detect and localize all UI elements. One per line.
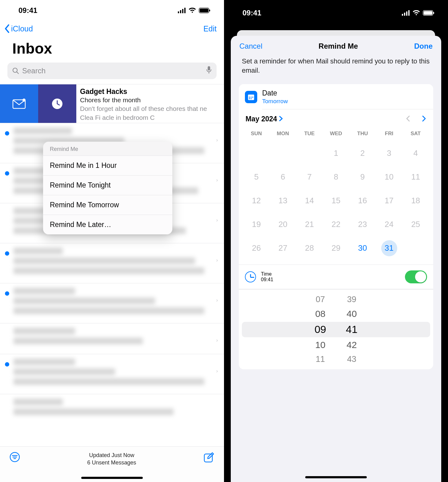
- message-row[interactable]: ›: [0, 243, 224, 283]
- calendar-day[interactable]: 19: [243, 217, 270, 232]
- search-field[interactable]: Search: [7, 63, 217, 79]
- svg-point-11: [22, 99, 26, 102]
- date-row[interactable]: Date Tomorrow: [239, 84, 433, 109]
- calendar-day[interactable]: 10: [376, 170, 402, 184]
- message-preview: Don't forget about all of these chores t…: [80, 104, 219, 113]
- menu-title: Remind Me: [43, 142, 172, 156]
- calendar-day[interactable]: 20: [270, 217, 296, 232]
- dow: SUN: [243, 131, 270, 137]
- calendar-day[interactable]: 22: [323, 217, 349, 232]
- calendar-day[interactable]: 23: [349, 217, 376, 232]
- calendar-day[interactable]: 13: [270, 193, 296, 208]
- menu-item-remind-1h[interactable]: Remind Me in 1 Hour: [43, 156, 172, 176]
- calendar-day[interactable]: 7: [296, 170, 323, 184]
- cancel-button[interactable]: Cancel: [239, 42, 262, 51]
- message-subject: Chores for the month: [80, 96, 219, 104]
- calendar-day: [402, 241, 429, 255]
- calendar-day[interactable]: 8: [323, 170, 349, 184]
- swipe-action-read[interactable]: [0, 84, 38, 123]
- calendar-day[interactable]: 3: [376, 146, 402, 160]
- calendar-day[interactable]: 16: [349, 193, 376, 208]
- calendar-day[interactable]: 2: [349, 146, 376, 160]
- calendar-day[interactable]: 25: [402, 217, 429, 232]
- calendar-day[interactable]: 31: [376, 241, 402, 255]
- calendar-day[interactable]: 1: [323, 146, 349, 160]
- svg-rect-9: [208, 66, 210, 71]
- time-picker[interactable]: 06070809101112 38394041424344: [239, 289, 433, 369]
- month-label[interactable]: May 2024: [246, 115, 277, 123]
- svg-rect-20: [406, 11, 407, 16]
- dow: THU: [349, 131, 376, 137]
- calendar-day[interactable]: 17: [376, 193, 402, 208]
- back-label: iCloud: [11, 24, 33, 33]
- svg-rect-19: [404, 13, 405, 16]
- calendar-day[interactable]: 6: [270, 170, 296, 184]
- calendar-day[interactable]: 24: [376, 217, 402, 232]
- chevron-right-icon: [279, 115, 283, 123]
- svg-rect-26: [248, 95, 254, 96]
- dow-row: SUN MON TUE WED THU FRI SAT: [239, 131, 433, 137]
- compose-button[interactable]: [203, 452, 215, 464]
- picker-value: 44: [348, 368, 355, 369]
- picker-value: 11: [316, 354, 325, 364]
- svg-rect-18: [402, 14, 403, 16]
- calendar-day[interactable]: 11: [402, 170, 429, 184]
- calendar-day[interactable]: 28: [296, 241, 323, 255]
- nav-bar: iCloud Edit: [0, 21, 224, 36]
- sheet-header: Cancel Remind Me Done: [231, 36, 441, 55]
- message-sender: Gadget Hacks: [80, 87, 219, 96]
- message-row[interactable]: ›: [0, 354, 224, 394]
- unread-dot: [5, 251, 9, 256]
- picker-value: 43: [347, 354, 356, 364]
- message-row[interactable]: [0, 394, 224, 425]
- menu-item-remind-tomorrow[interactable]: Remind Me Tomorrow: [43, 195, 172, 215]
- calendar-day[interactable]: 9: [349, 170, 376, 184]
- calendar-day[interactable]: 15: [323, 193, 349, 208]
- svg-rect-30: [249, 98, 250, 99]
- calendar-day[interactable]: 18: [402, 193, 429, 208]
- status-bar: 09:41: [224, 0, 448, 21]
- message-row[interactable]: ›: [0, 283, 224, 323]
- calendar-day[interactable]: 30: [349, 241, 376, 255]
- chevron-left-icon: [4, 24, 10, 33]
- picker-value: 42: [346, 340, 357, 350]
- prev-month-button[interactable]: [406, 115, 410, 123]
- calendar-day[interactable]: 4: [402, 146, 429, 160]
- menu-item-remind-later[interactable]: Remind Me Later…: [43, 215, 172, 234]
- message-row[interactable]: ›: [0, 323, 224, 354]
- message-content[interactable]: Gadget Hacks Chores for the month Don't …: [76, 84, 224, 123]
- svg-rect-29: [252, 97, 253, 98]
- next-month-button[interactable]: [422, 115, 426, 123]
- chevron-right-icon: ›: [216, 338, 218, 343]
- calendar-day[interactable]: 27: [270, 241, 296, 255]
- calendar-day[interactable]: 21: [296, 217, 323, 232]
- envelope-icon: [12, 99, 26, 109]
- time-switch[interactable]: [405, 270, 427, 283]
- calendar-day[interactable]: 14: [296, 193, 323, 208]
- svg-rect-28: [251, 97, 252, 98]
- svg-line-8: [17, 72, 19, 74]
- calendar-day[interactable]: 5: [243, 170, 270, 184]
- swipe-action-remind[interactable]: [38, 84, 76, 123]
- picker-minutes[interactable]: 38394041424344: [346, 290, 358, 369]
- picker-value: 06: [317, 289, 324, 290]
- dow: SAT: [402, 131, 429, 137]
- calendar-day: [296, 146, 323, 160]
- picker-value: 07: [316, 295, 325, 304]
- unread-dot: [5, 362, 9, 367]
- menu-item-remind-tonight[interactable]: Remind Me Tonight: [43, 176, 172, 195]
- back-button[interactable]: iCloud: [4, 24, 33, 33]
- time-row[interactable]: Time 09:41: [239, 265, 433, 289]
- svg-rect-27: [249, 97, 250, 98]
- picker-hours[interactable]: 06070809101112: [314, 290, 326, 369]
- svg-rect-24: [433, 12, 434, 14]
- time-value: 09:41: [261, 277, 273, 282]
- calendar-day[interactable]: 29: [323, 241, 349, 255]
- calendar-day[interactable]: 26: [243, 241, 270, 255]
- dictate-button[interactable]: [206, 66, 212, 76]
- edit-button[interactable]: Edit: [203, 24, 217, 33]
- done-button[interactable]: Done: [414, 42, 433, 51]
- filter-button[interactable]: [9, 452, 20, 464]
- cellular-icon: [178, 8, 186, 13]
- calendar-day[interactable]: 12: [243, 193, 270, 208]
